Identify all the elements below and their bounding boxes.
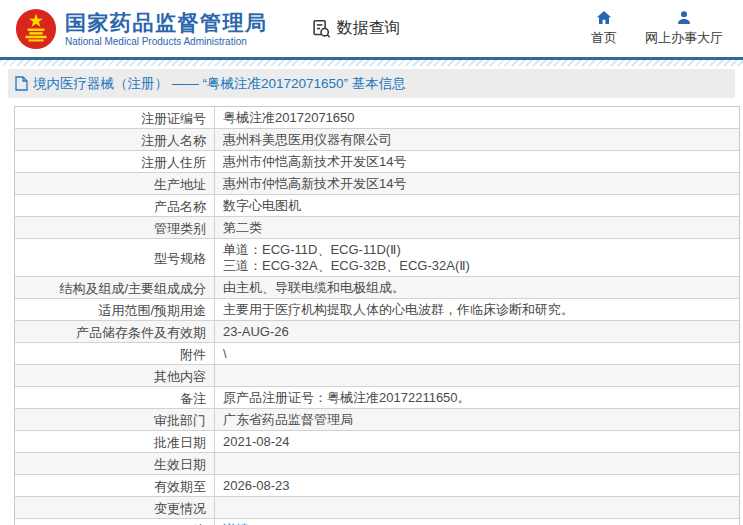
row-label: 注册人名称 xyxy=(15,129,214,150)
table-row: 生效日期 xyxy=(15,453,739,475)
row-label: 注册人住所 xyxy=(15,151,214,172)
page-title: 境内医疗器械（注册） —— “粤械注准20172071650” 基本信息 xyxy=(33,75,406,93)
row-label: 生产地址 xyxy=(15,173,214,194)
table-row: 型号规格单道：ECG-11D、ECG-11D(Ⅱ) 三道：ECG-32A、ECG… xyxy=(15,239,739,277)
row-value: 2026-08-23 xyxy=(214,475,739,496)
table-row: 批准日期2021-08-24 xyxy=(15,431,739,453)
row-label: 结构及组成/主要组成成分 xyxy=(15,277,214,298)
table-row: 审批部门广东省药品监督管理局 xyxy=(15,409,739,431)
row-value: 2021-08-24 xyxy=(214,431,739,452)
site-title: 国家药品监督管理局 xyxy=(65,11,268,35)
nav-item-service-hall[interactable]: 网上办事大厅 xyxy=(645,10,723,47)
row-value: 惠州科美思医用仪器有限公司 xyxy=(214,129,739,150)
row-label: 管理类别 xyxy=(15,217,214,238)
row-label: 型号规格 xyxy=(15,239,214,276)
row-value: 原产品注册证号：粤械注准20172211650。 xyxy=(214,387,739,408)
person-icon xyxy=(676,10,692,26)
row-label: 其他内容 xyxy=(15,365,214,386)
table-row: 变更情况 xyxy=(15,497,739,519)
row-value: 主要用于医疗机构提取人体的心电波群，作临床诊断和研究。 xyxy=(214,299,739,320)
row-label: 产品名称 xyxy=(15,195,214,216)
row-value: 惠州市仲恺高新技术开发区14号 xyxy=(214,151,739,172)
row-value xyxy=(214,497,739,518)
table-row: 结构及组成/主要组成成分由主机、导联电缆和电极组成。 xyxy=(15,277,739,299)
nav-home-label: 首页 xyxy=(591,29,617,47)
table-row: 注册人名称惠州科美思医用仪器有限公司 xyxy=(15,129,739,151)
national-emblem-icon xyxy=(15,8,57,50)
nav-service-hall-label: 网上办事大厅 xyxy=(645,29,723,47)
row-value: 广东省药品监督管理局 xyxy=(214,409,739,430)
row-label: 批准日期 xyxy=(15,431,214,452)
section-title-bar: 境内医疗器械（注册） —— “粤械注准20172071650” 基本信息 xyxy=(8,69,735,98)
site-subtitle: National Medical Products Administration xyxy=(65,36,268,47)
home-icon xyxy=(596,10,612,26)
row-label: 备注 xyxy=(15,387,214,408)
table-row: 产品名称数字心电图机 xyxy=(15,195,739,217)
row-label: 生效日期 xyxy=(15,453,214,474)
info-table: 注册证编号粤械注准20172071650注册人名称惠州科美思医用仪器有限公司注册… xyxy=(14,106,740,525)
row-value: 详情 xyxy=(214,519,739,525)
data-query-button[interactable]: 数据查询 xyxy=(310,18,401,40)
row-label: 产品储存条件及有效期 xyxy=(15,321,214,342)
row-value: 23-AUG-26 xyxy=(214,321,739,342)
row-value: 惠州市仲恺高新技术开发区14号 xyxy=(214,173,739,194)
table-row: 管理类别第二类 xyxy=(15,217,739,239)
table-row: 有效期至2026-08-23 xyxy=(15,475,739,497)
table-row: 产品储存条件及有效期23-AUG-26 xyxy=(15,321,739,343)
table-row: 附件\ xyxy=(15,343,739,365)
table-row: 备注原产品注册证号：粤械注准20172211650。 xyxy=(15,387,739,409)
row-value xyxy=(214,453,739,474)
row-value xyxy=(214,365,739,386)
table-row: 注册人住所惠州市仲恺高新技术开发区14号 xyxy=(15,151,739,173)
row-label: 变更情况 xyxy=(15,497,214,518)
nmpa-logo[interactable]: 国家药品监督管理局 National Medical Products Admi… xyxy=(15,8,268,50)
nav-item-home[interactable]: 首页 xyxy=(591,10,617,47)
row-value: 粤械注准20172071650 xyxy=(214,107,739,128)
table-row: 注详情 xyxy=(15,519,739,525)
row-value: 由主机、导联电缆和电极组成。 xyxy=(214,277,739,298)
table-row: 生产地址惠州市仲恺高新技术开发区14号 xyxy=(15,173,739,195)
header-divider-hatch xyxy=(0,60,743,66)
row-label: 有效期至 xyxy=(15,475,214,496)
header-nav: 首页 网上办事大厅 xyxy=(591,10,729,47)
row-label: 注册证编号 xyxy=(15,107,214,128)
table-row: 适用范围/预期用途主要用于医疗机构提取人体的心电波群，作临床诊断和研究。 xyxy=(15,299,739,321)
table-row: 注册证编号粤械注准20172071650 xyxy=(15,107,739,129)
document-search-icon xyxy=(310,18,332,40)
document-icon xyxy=(15,76,28,91)
page-header: 国家药品监督管理局 National Medical Products Admi… xyxy=(0,0,743,57)
row-value: 数字心电图机 xyxy=(214,195,739,216)
row-label: 注 xyxy=(15,519,214,525)
data-query-label: 数据查询 xyxy=(337,18,401,39)
row-label: 适用范围/预期用途 xyxy=(15,299,214,320)
logo-text: 国家药品监督管理局 National Medical Products Admi… xyxy=(65,11,268,47)
row-label: 审批部门 xyxy=(15,409,214,430)
row-value: 单道：ECG-11D、ECG-11D(Ⅱ) 三道：ECG-32A、ECG-32B… xyxy=(214,239,739,276)
row-value: 第二类 xyxy=(214,217,739,238)
table-row: 其他内容 xyxy=(15,365,739,387)
row-value: \ xyxy=(214,343,739,364)
row-label: 附件 xyxy=(15,343,214,364)
